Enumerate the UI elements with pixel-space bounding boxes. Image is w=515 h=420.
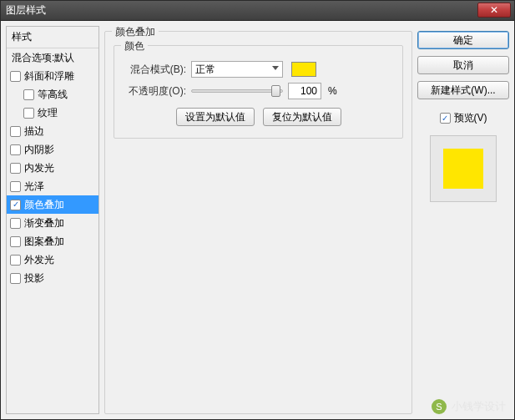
opacity-suffix: %	[328, 85, 337, 97]
titlebar[interactable]: 图层样式 ✕	[1, 1, 514, 21]
style-item-label: 描边	[24, 124, 44, 139]
style-item[interactable]: 纹理	[7, 104, 98, 122]
default-buttons-row: 设置为默认值 复位为默认值	[123, 108, 394, 126]
style-item[interactable]: 外发光	[7, 250, 98, 269]
blend-mode-label: 混合模式(B):	[123, 63, 186, 77]
style-item-label: 内发光	[24, 161, 54, 175]
style-checkbox[interactable]	[10, 200, 21, 210]
ok-button[interactable]: 确定	[417, 31, 509, 49]
color-subgroup: 颜色 混合模式(B): 正常 不透明度(O):	[114, 45, 403, 139]
new-style-button[interactable]: 新建样式(W)...	[417, 81, 509, 99]
style-checkbox[interactable]	[10, 144, 21, 155]
opacity-input[interactable]: 100	[288, 83, 321, 99]
style-checkbox[interactable]	[10, 218, 21, 229]
style-checkbox[interactable]	[10, 236, 21, 247]
window-title: 图层样式	[6, 3, 46, 18]
opacity-row: 不透明度(O): 100 %	[123, 83, 394, 99]
set-default-button[interactable]: 设置为默认值	[176, 108, 255, 126]
reset-default-button[interactable]: 复位为默认值	[263, 108, 341, 126]
preview-toggle-row: 预览(V)	[417, 111, 509, 125]
style-item-label: 图案叠加	[24, 235, 64, 249]
blend-mode-row: 混合模式(B): 正常	[123, 61, 394, 78]
styles-list: 混合选项:默认斜面和浮雕等高线纹理描边内阴影内发光光泽颜色叠加渐变叠加图案叠加外…	[7, 48, 98, 413]
style-item[interactable]: 颜色叠加	[7, 195, 98, 214]
style-item-label: 混合选项:默认	[12, 51, 74, 65]
style-item[interactable]: 斜面和浮雕	[7, 67, 98, 85]
style-item-label: 渐变叠加	[24, 216, 64, 230]
cancel-button[interactable]: 取消	[417, 56, 509, 74]
style-item[interactable]: 内发光	[7, 159, 98, 177]
style-checkbox[interactable]	[23, 89, 34, 100]
styles-header: 样式	[7, 27, 98, 48]
style-item[interactable]: 投影	[7, 269, 98, 287]
style-item[interactable]: 内阴影	[7, 140, 98, 159]
close-icon: ✕	[490, 4, 498, 16]
style-checkbox[interactable]	[23, 108, 34, 119]
style-item[interactable]: 等高线	[7, 85, 98, 104]
subgroup-legend: 颜色	[121, 39, 148, 53]
preview-label: 预览(V)	[454, 111, 487, 125]
layer-style-dialog: 图层样式 ✕ 样式 混合选项:默认斜面和浮雕等高线纹理描边内阴影内发光光泽颜色叠…	[0, 0, 515, 420]
style-checkbox[interactable]	[10, 163, 21, 174]
dialog-content: 样式 混合选项:默认斜面和浮雕等高线纹理描边内阴影内发光光泽颜色叠加渐变叠加图案…	[1, 21, 514, 419]
color-swatch[interactable]	[291, 62, 316, 77]
color-overlay-group: 颜色叠加 颜色 混合模式(B): 正常 不透明度(O):	[104, 31, 412, 414]
slider-thumb[interactable]	[271, 85, 280, 97]
style-item[interactable]: 描边	[7, 122, 98, 140]
styles-panel: 样式 混合选项:默认斜面和浮雕等高线纹理描边内阴影内发光光泽颜色叠加渐变叠加图案…	[6, 26, 99, 414]
style-checkbox[interactable]	[10, 126, 21, 137]
style-item-label: 外发光	[24, 253, 54, 267]
dialog-buttons: 确定 取消 新建样式(W)... 预览(V)	[417, 26, 509, 414]
style-checkbox[interactable]	[10, 273, 21, 284]
style-item[interactable]: 图案叠加	[7, 232, 98, 250]
style-item-label: 纹理	[38, 106, 58, 120]
opacity-label: 不透明度(O):	[123, 84, 186, 99]
style-item[interactable]: 光泽	[7, 177, 98, 195]
style-item[interactable]: 渐变叠加	[7, 214, 98, 232]
chevron-down-icon	[272, 66, 279, 70]
preview-box	[430, 135, 497, 202]
opacity-slider[interactable]	[191, 89, 283, 93]
style-item[interactable]: 混合选项:默认	[7, 48, 98, 67]
options-panel: 颜色叠加 颜色 混合模式(B): 正常 不透明度(O):	[104, 26, 412, 414]
group-legend: 颜色叠加	[112, 25, 159, 39]
style-item-label: 斜面和浮雕	[24, 69, 74, 83]
close-button[interactable]: ✕	[477, 3, 511, 18]
style-checkbox[interactable]	[10, 181, 21, 192]
opacity-value: 100	[300, 85, 317, 97]
style-item-label: 等高线	[38, 88, 68, 102]
style-checkbox[interactable]	[10, 71, 21, 82]
style-item-label: 内阴影	[24, 143, 54, 157]
blend-mode-value: 正常	[195, 63, 215, 77]
style-item-label: 投影	[24, 271, 44, 286]
style-item-label: 光泽	[24, 180, 44, 194]
preview-checkbox[interactable]	[440, 113, 451, 124]
style-item-label: 颜色叠加	[24, 198, 64, 212]
style-checkbox[interactable]	[10, 255, 21, 266]
preview-fill	[443, 149, 483, 189]
blend-mode-select[interactable]: 正常	[191, 61, 283, 78]
